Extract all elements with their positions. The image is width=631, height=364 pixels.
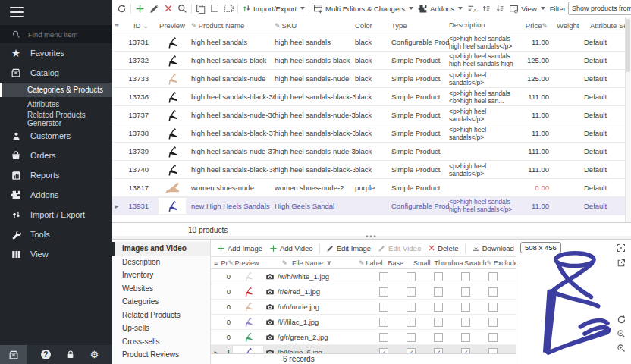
settings-gear-icon[interactable]: ⚙: [89, 350, 99, 359]
swatch-checkbox[interactable]: [461, 287, 470, 297]
sidebar-item-customers[interactable]: Customers: [0, 126, 112, 146]
sidebar-item-view[interactable]: View: [0, 244, 112, 264]
sidebar-item-orders[interactable]: Orders: [0, 146, 112, 165]
sidebar-item-categories-products[interactable]: Categories & Products: [0, 83, 112, 97]
sidebar-search[interactable]: Find menu item: [0, 25, 112, 43]
column-header-base[interactable]: Base: [383, 259, 409, 267]
filter-funnel-icon[interactable]: [326, 260, 332, 266]
exclude-checkbox[interactable]: [488, 272, 498, 281]
column-header-color[interactable]: Color: [355, 21, 391, 30]
swatch-checkbox[interactable]: [461, 303, 470, 312]
sidebar-item-reports[interactable]: Reports: [0, 165, 112, 185]
column-header-weight[interactable]: Weight: [551, 21, 584, 30]
table-row-selected[interactable]: ▸ 13931 new High Heels Sandals High Geel…: [112, 197, 631, 215]
table-row[interactable]: 13738 high heel sandals-black-37 high he…: [112, 124, 631, 143]
base-checkbox[interactable]: [379, 272, 388, 281]
table-row[interactable]: 13731 high heel sandals high heel sandal…: [112, 33, 631, 52]
table-row[interactable]: 13740 high heel sandals-black-38 high he…: [112, 161, 631, 179]
rotate-image-icon[interactable]: [617, 315, 626, 325]
edit-image-button[interactable]: Edit Image: [324, 244, 373, 253]
column-header-id[interactable]: ID ⌄: [121, 21, 153, 30]
column-header-exclude[interactable]: ✎Exclude: [488, 259, 516, 267]
sidebar-item-addons[interactable]: Addons: [0, 185, 112, 205]
collapse-rows-button[interactable]: [493, 1, 507, 16]
sidebar-item-favorites[interactable]: ★ Favorites: [0, 43, 112, 63]
sidebar-item-related-products-generator[interactable]: Related Products Generator: [0, 111, 112, 126]
grid-options-icon[interactable]: ≡: [211, 259, 221, 267]
table-row[interactable]: 13732 high heel sandals-black high heel …: [112, 52, 631, 70]
table-row[interactable]: 13817 women shoes-nude women shoes-nude-…: [112, 179, 631, 197]
small-checkbox[interactable]: [407, 303, 416, 312]
small-checkbox[interactable]: [407, 272, 416, 281]
tab-inventory[interactable]: Inventory: [112, 268, 210, 282]
image-row[interactable]: 0 /g/r/green_2.jpg: [211, 330, 516, 345]
thumbnail-checkbox[interactable]: [434, 318, 443, 327]
paste-special-button[interactable]: [221, 1, 236, 16]
help-icon[interactable]: ?: [41, 350, 51, 359]
tab-up-sells[interactable]: Up-sells: [112, 322, 210, 335]
zoom-out-icon[interactable]: [617, 329, 626, 339]
base-checkbox[interactable]: [379, 303, 388, 312]
small-checkbox[interactable]: [407, 287, 416, 297]
small-checkbox[interactable]: [407, 333, 416, 342]
column-header-pr[interactable]: Pr✎: [221, 259, 230, 267]
column-header-preview[interactable]: Preview: [230, 259, 263, 267]
select-checkbox-button[interactable]: [208, 1, 221, 16]
column-header-preview[interactable]: Preview: [153, 21, 191, 30]
image-row[interactable]: 0 /r/e/red_1.jpg: [211, 284, 516, 300]
exclude-checkbox[interactable]: [488, 303, 498, 312]
swatch-checkbox[interactable]: [461, 272, 470, 281]
add-video-button[interactable]: Add Video: [267, 244, 316, 253]
exclude-checkbox[interactable]: [488, 318, 498, 327]
tab-categories[interactable]: Categories: [112, 295, 210, 309]
table-row[interactable]: 13733 high heel sandals-nude high heel s…: [112, 70, 631, 88]
column-header-swatch[interactable]: Swatch: [463, 259, 488, 267]
column-header-small[interactable]: Small: [409, 259, 435, 267]
add-image-button[interactable]: Add Image: [215, 244, 265, 253]
column-header-type[interactable]: Type: [391, 21, 449, 30]
tab-related-products[interactable]: Related Products: [112, 309, 210, 322]
thumbnail-checkbox[interactable]: [434, 333, 443, 342]
zoom-in-icon[interactable]: [617, 344, 626, 353]
table-row[interactable]: 13739 high heel sandals-nude-37 high hee…: [112, 143, 631, 161]
sidebar-item-import-export[interactable]: Import / Export: [0, 205, 112, 224]
multi-editors-menu[interactable]: Multi Editors & Changers: [311, 1, 416, 16]
sidebar-item-attributes[interactable]: Attributes: [0, 97, 112, 111]
tab-images-and-video[interactable]: Images and Video: [112, 242, 210, 256]
thumbnail-checkbox[interactable]: [434, 272, 443, 281]
thumbnail-checkbox[interactable]: [434, 303, 443, 312]
addons-menu[interactable]: Addons: [416, 1, 465, 16]
table-row[interactable]: 13737 high heel sandals-nude-36 high hee…: [112, 106, 631, 124]
small-checkbox[interactable]: [407, 318, 416, 327]
table-row[interactable]: 13736 high heel sandals-black-36 high he…: [112, 88, 631, 106]
search-products-button[interactable]: [175, 1, 190, 16]
column-header-attribute-set[interactable]: Attribute Set Name: [584, 21, 631, 30]
filter-select[interactable]: Show products from selected categories: [568, 2, 631, 15]
column-header-thumbnail[interactable]: Thumbna: [435, 259, 463, 267]
sidebar-item-tools[interactable]: Tools: [0, 224, 112, 244]
image-row[interactable]: 0 /l/i/lilac_1.jpg: [211, 315, 516, 330]
store-connection-button[interactable]: [0, 345, 27, 364]
sort-columns-button[interactable]: A: [465, 1, 479, 16]
tab-description[interactable]: Description: [112, 256, 210, 269]
tab-product-reviews[interactable]: Product Reviews: [112, 348, 210, 362]
hamburger-menu-icon[interactable]: [0, 0, 112, 25]
scrollbar-thumb[interactable]: [626, 19, 630, 72]
column-header-label[interactable]: ✎Label: [359, 259, 383, 267]
exclude-checkbox[interactable]: [488, 287, 498, 297]
exclude-checkbox[interactable]: [488, 333, 498, 342]
image-row[interactable]: 0 /w/h/white_1.jpg: [211, 269, 516, 284]
column-header-file-name[interactable]: ✎File Name: [263, 259, 359, 267]
base-checkbox[interactable]: [379, 287, 388, 297]
tab-websites[interactable]: Websites: [112, 282, 210, 296]
copy-button[interactable]: [193, 1, 208, 16]
column-header-price[interactable]: Price✎: [519, 21, 551, 30]
sidebar-item-catalog[interactable]: Catalog: [0, 63, 112, 83]
swatch-checkbox[interactable]: [461, 333, 470, 342]
view-menu[interactable]: View: [507, 1, 547, 16]
column-header-sku[interactable]: ✎SKU: [275, 21, 355, 30]
lock-icon[interactable]: [66, 350, 75, 359]
column-header-product-name[interactable]: ✎Product Name: [191, 21, 275, 30]
delete-image-button[interactable]: Delete: [425, 244, 460, 253]
tab-cross-sells[interactable]: Cross-sells: [112, 335, 210, 349]
